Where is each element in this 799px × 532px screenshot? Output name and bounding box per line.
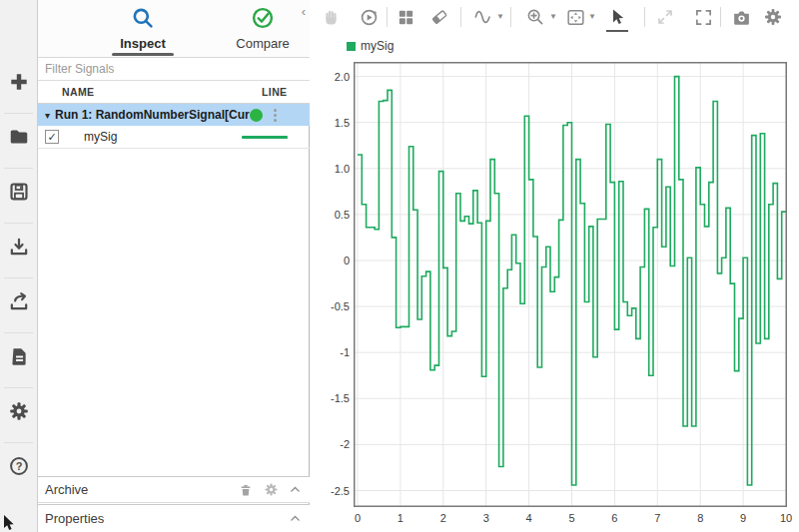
dropdown-caret-icon[interactable]: ▼ (588, 12, 596, 21)
run-row[interactable]: ▾ Run 1: RandomNumberSignal[Curre (38, 104, 310, 126)
x-tick-label: 6 (599, 512, 629, 524)
cursor-arrow-icon (607, 7, 627, 27)
save-icon (8, 181, 30, 203)
help-icon: ? (8, 455, 30, 477)
x-tick-label: 8 (685, 512, 715, 524)
export-button[interactable] (0, 278, 37, 324)
y-tick-label: 1.0 (320, 163, 350, 175)
import-icon (8, 236, 30, 258)
layout-grid-button[interactable] (393, 4, 418, 30)
expand-plot-button[interactable] (652, 4, 678, 30)
signal-trace (358, 77, 786, 485)
x-tick-label: 5 (557, 512, 587, 524)
toolbar-divider (510, 7, 511, 27)
mouse-pointer (2, 515, 16, 532)
x-tick-label: 9 (728, 512, 758, 524)
layout-grid-icon (397, 8, 415, 27)
snapshot-button[interactable] (728, 4, 754, 30)
y-tick-label: 0 (320, 255, 350, 266)
signal-checkbox[interactable]: ✓ (45, 130, 59, 144)
y-tick-label: 2.0 (320, 71, 350, 83)
x-tick-label: 4 (514, 512, 544, 524)
signal-row[interactable]: ✓ mySig (38, 126, 310, 149)
plot-panel: ▼ ▼ ▼ (311, 0, 799, 532)
add-button[interactable] (0, 59, 37, 105)
report-icon (8, 345, 30, 367)
signal-line-swatch (242, 136, 288, 139)
signal-wave-icon (472, 6, 494, 28)
tab-inspect[interactable]: Inspect (88, 4, 198, 56)
plot-legend: mySig (347, 39, 394, 53)
legend-swatch (347, 42, 356, 51)
signal-plot[interactable] (354, 62, 787, 507)
zoom-in-icon (525, 7, 545, 27)
expand-caret-icon[interactable]: ▾ (45, 110, 50, 121)
x-tick-label: 2 (428, 512, 458, 524)
eraser-button[interactable] (426, 4, 452, 30)
signal-browser-panel: Inspect Compare ‹ NAME LINE ▾ Run 1: Ran… (38, 0, 310, 532)
save-button[interactable] (0, 169, 37, 215)
fit-to-view-icon (565, 7, 586, 28)
fullscreen-button[interactable] (690, 4, 716, 30)
dropdown-caret-icon[interactable]: ▼ (549, 12, 557, 21)
x-tick-label: 10 (771, 512, 799, 524)
active-tab-underline (112, 53, 174, 56)
chevron-up-icon[interactable] (289, 483, 302, 496)
properties-label: Properties (45, 511, 289, 526)
preferences-button[interactable] (0, 388, 37, 434)
replay-icon (359, 7, 380, 28)
import-button[interactable] (0, 224, 37, 269)
filter-signals-input[interactable] (38, 58, 310, 80)
dropdown-caret-icon[interactable]: ▼ (496, 12, 504, 21)
x-tick-label: 7 (642, 512, 672, 524)
signal-name: mySig (84, 130, 242, 144)
tab-bar: Inspect Compare ‹ (38, 0, 310, 58)
y-tick-label: -2.5 (320, 485, 350, 497)
chevron-up-icon[interactable] (289, 512, 302, 525)
search-icon (131, 6, 155, 30)
y-tick-label: -1.5 (320, 392, 350, 404)
gear-icon[interactable] (264, 482, 279, 497)
signal-style-button[interactable] (470, 4, 496, 30)
properties-section-header[interactable]: Properties (38, 504, 310, 532)
filter-signals-row (38, 58, 310, 81)
toolbar-divider (644, 7, 645, 27)
check-circle-icon (251, 6, 275, 30)
open-button[interactable] (0, 114, 37, 160)
tab-label: Inspect (88, 36, 198, 51)
toolbar-divider (460, 7, 461, 27)
fit-to-view-button[interactable] (562, 4, 588, 30)
trash-icon[interactable] (238, 482, 254, 498)
add-icon (8, 71, 30, 93)
zoom-in-button[interactable] (522, 4, 548, 30)
table-header: NAME LINE (38, 81, 310, 104)
x-tick-label: 0 (343, 512, 373, 524)
help-button[interactable]: ? (0, 443, 37, 489)
legend-label: mySig (361, 39, 394, 53)
left-icon-strip: ? (0, 0, 38, 532)
toolbar-divider (387, 7, 388, 27)
x-tick-label: 3 (471, 512, 501, 524)
report-button[interactable] (0, 333, 37, 379)
collapse-panel-chevron[interactable]: ‹ (302, 4, 306, 19)
y-tick-label: -2 (320, 438, 350, 450)
plot-settings-button[interactable] (760, 4, 786, 30)
archive-section-header[interactable]: Archive (38, 476, 310, 503)
run-options-kebab-icon[interactable] (269, 109, 281, 122)
y-tick-label: 0.5 (320, 209, 350, 221)
export-icon (8, 290, 30, 312)
cursor-select-button[interactable] (604, 4, 630, 30)
x-tick-label: 1 (386, 512, 415, 524)
tab-label: Compare (208, 36, 318, 51)
pan-hand-button[interactable] (319, 4, 345, 30)
replay-button[interactable] (356, 4, 382, 30)
fullscreen-icon (694, 8, 713, 27)
run-status-dot (250, 109, 263, 122)
snapshot-camera-icon (731, 7, 752, 28)
y-tick-label: -0.5 (320, 300, 350, 312)
run-label: Run 1: RandomNumberSignal[Curre (55, 108, 250, 122)
column-header-line: LINE (262, 86, 288, 98)
simulation-data-inspector-window: ? Inspect Compare ‹ NAME LINE (0, 0, 799, 532)
settings-gear-icon (763, 7, 783, 27)
toolbar-divider (720, 7, 721, 27)
